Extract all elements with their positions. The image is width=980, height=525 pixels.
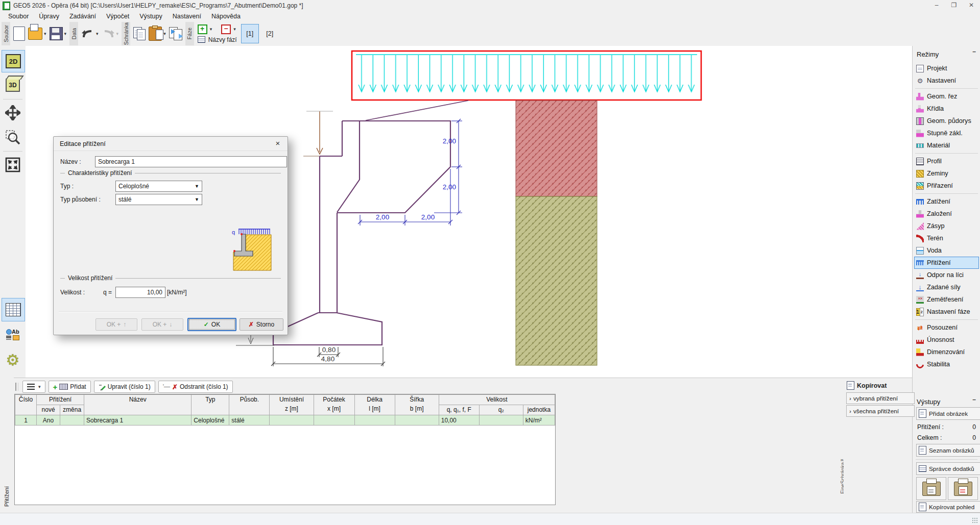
ok-add-up-button[interactable]: OK +↑ <box>95 318 137 331</box>
redo-button[interactable]: ▾ <box>102 27 119 40</box>
legend-button[interactable]: Ab <box>2 323 24 346</box>
view-2d-button[interactable]: 2D <box>2 50 25 72</box>
cell-typ[interactable]: Celoplošné <box>192 415 229 426</box>
legend-icon: Ab <box>6 329 19 341</box>
mode-zeminy[interactable]: Zeminy <box>914 167 979 180</box>
mode-unosnost[interactable]: Únosnost <box>914 334 979 346</box>
print-button[interactable] <box>916 477 946 500</box>
mode-nastaveni-faze[interactable]: 12Nastavení fáze <box>914 306 979 318</box>
copy-button[interactable] <box>133 27 146 40</box>
close-icon[interactable]: ✕ <box>963 0 980 11</box>
compare-views-button[interactable] <box>169 27 182 40</box>
list-menu-button[interactable]: ▾ <box>22 381 45 393</box>
cell-nazev[interactable]: Sobrecarga 1 <box>84 415 192 426</box>
phase-tab-2[interactable]: [2] <box>261 24 279 43</box>
settings-button[interactable]: ⚙ <box>2 349 24 371</box>
table-view-button[interactable] <box>2 298 25 321</box>
copy-selected-button[interactable]: ›vybraná přitížení <box>846 392 915 404</box>
mode-zalozeni[interactable]: Založení <box>914 208 979 220</box>
add-phase-button[interactable]: + <box>198 24 207 34</box>
type-select[interactable]: Celoplošné▼ <box>115 181 202 192</box>
maximize-icon[interactable]: ❐ <box>945 0 963 11</box>
cell-nove[interactable]: Ano <box>37 415 60 426</box>
cell-zmena[interactable] <box>60 415 84 426</box>
menu-vystupy[interactable]: Výstupy <box>134 12 167 21</box>
add-row-button[interactable]: +Přidat <box>49 381 91 393</box>
paste-button[interactable]: ▾ <box>149 27 166 41</box>
zoom-fit-button[interactable] <box>2 154 24 176</box>
phase-tab-1[interactable]: [1] <box>241 24 259 43</box>
col-q2: q₂ <box>479 405 523 415</box>
modes-minimize-icon[interactable]: – <box>972 48 976 55</box>
ok-add-down-button[interactable]: OK +↓ <box>141 318 183 331</box>
cell-cislo[interactable]: 1 <box>15 415 37 426</box>
copy-all-button[interactable]: ›všechna přitížení <box>846 405 915 417</box>
mode-dimenzovani[interactable]: Dimenzování <box>914 346 979 358</box>
zoom-select-button[interactable] <box>2 127 24 148</box>
print-log-button[interactable] <box>948 477 978 500</box>
menu-upravy[interactable]: Úpravy <box>34 12 64 21</box>
cell-b[interactable] <box>395 415 439 426</box>
menu-nastaveni[interactable]: Nastavení <box>168 12 206 21</box>
mode-zemetreseni[interactable]: ××Zemětřesení <box>914 293 979 306</box>
undo-button[interactable]: ▾ <box>81 27 99 40</box>
gear-icon: ⚙ <box>6 353 20 368</box>
cell-z[interactable] <box>270 415 314 426</box>
mode-posouzeni[interactable]: ⇄Posouzení <box>914 321 979 334</box>
frame-label: Přitížení <box>4 486 10 507</box>
action-type-select[interactable]: stálé▼ <box>115 194 202 205</box>
menu-soubor[interactable]: Soubor <box>3 12 34 21</box>
cell-jednotka[interactable]: kN/m² <box>523 415 555 426</box>
geometry-section-icon <box>916 93 924 101</box>
mode-geom-rez[interactable]: Geom. řez <box>914 90 979 103</box>
picture-list-button[interactable]: Seznam obrázků <box>916 444 980 457</box>
mode-projekt[interactable]: Projekt <box>914 62 979 74</box>
minimize-icon[interactable]: – <box>928 0 945 11</box>
view-3d-button[interactable]: 3D <box>2 74 24 96</box>
mode-voda[interactable]: Voda <box>914 244 979 257</box>
edit-row-button[interactable]: Upravit (číslo 1) <box>94 381 155 393</box>
mode-zasyp[interactable]: Zásyp <box>914 220 979 232</box>
copy-view-button[interactable]: Kopírovat pohled <box>916 501 980 513</box>
magnitude-input[interactable]: 10,00 <box>115 287 165 298</box>
mode-stupne-zakl[interactable]: Stupně zákl. <box>914 127 979 139</box>
menu-zadavani[interactable]: Zadávání <box>64 12 101 21</box>
cell-pusob[interactable]: stálé <box>229 415 270 426</box>
resize-grip[interactable] <box>972 517 978 523</box>
menu-vypocet[interactable]: Výpočet <box>101 12 134 21</box>
ok-button[interactable]: ✓OK <box>187 318 236 331</box>
cell-q2[interactable] <box>479 415 523 426</box>
surcharge-count-value: 0 <box>972 423 976 431</box>
cell-l[interactable] <box>354 415 395 426</box>
mode-stabilita[interactable]: Stabilita <box>914 358 979 370</box>
mode-kridla[interactable]: Křídla <box>914 103 979 115</box>
mode-odpor-na-lici[interactable]: ↓Odpor na líci <box>914 269 979 281</box>
mode-pritizeni[interactable]: Přitížení <box>914 257 979 269</box>
mode-prirazeni[interactable]: Přiřazení <box>914 180 979 192</box>
outputs-minimize-icon[interactable]: – <box>972 396 976 403</box>
save-button[interactable]: ▾ <box>50 27 67 40</box>
pan-button[interactable] <box>2 102 24 123</box>
add-picture-button[interactable]: Přidat obrázek <box>916 407 980 420</box>
addon-manager-button[interactable]: Správce dodatků <box>916 462 980 475</box>
remove-phase-button[interactable]: − <box>221 24 231 34</box>
mode-material[interactable]: Materiál <box>914 139 979 152</box>
delete-row-button[interactable]: '—✗Odstranit (číslo 1) <box>158 381 233 393</box>
table-row[interactable]: 1 Ano Sobrecarga 1 Celoplošné stálé 10,0… <box>15 415 555 426</box>
cell-q[interactable]: 10,00 <box>439 415 479 426</box>
dialog-close-icon[interactable]: × <box>271 139 284 148</box>
mode-geom-pudorys[interactable]: Geom. půdorys <box>914 115 979 127</box>
mode-zadane-sily[interactable]: ↓Zadané síly <box>914 281 979 293</box>
panel-grip[interactable] <box>15 383 18 391</box>
mode-zatizeni[interactable]: Zatížení <box>914 195 979 208</box>
mode-profil[interactable]: Profil <box>914 155 979 167</box>
storno-button[interactable]: ✗Storno <box>240 318 283 331</box>
cell-x[interactable] <box>314 415 354 426</box>
mode-nastaveni[interactable]: ⚙Nastavení <box>914 74 979 87</box>
name-input[interactable]: Sobrecarga 1 <box>95 156 287 167</box>
phase-names-button[interactable]: Názvy fází <box>198 36 237 43</box>
open-file-button[interactable]: ▾ <box>28 28 46 40</box>
new-file-button[interactable] <box>13 27 25 41</box>
mode-teren[interactable]: Terén <box>914 232 979 244</box>
menu-napoveda[interactable]: Nápověda <box>206 12 246 21</box>
